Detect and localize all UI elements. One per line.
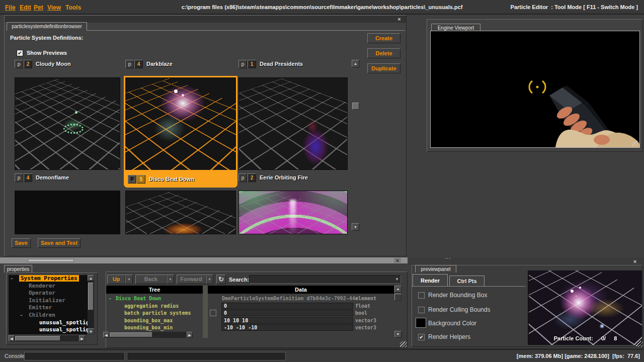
- save-button[interactable]: Save: [12, 238, 31, 248]
- preview-toggle-icon[interactable]: p: [238, 173, 247, 182]
- element-row[interactable]: bounding_box_min -10 -10 -10 vector3: [106, 324, 394, 332]
- preview-toggle-icon[interactable]: P: [128, 175, 136, 184]
- tree-row[interactable]: Emitter: [9, 304, 88, 312]
- menu-file[interactable]: File: [5, 4, 16, 11]
- panel-resize-grip[interactable]: [400, 341, 407, 347]
- up-dropdown-icon[interactable]: ▼: [125, 275, 133, 284]
- forward-dropdown-icon[interactable]: ▼: [206, 275, 213, 284]
- menu-tools[interactable]: Tools: [65, 4, 81, 11]
- expander-icon[interactable]: -: [20, 312, 23, 318]
- tab-engine-viewport[interactable]: Engine Viewport: [431, 24, 480, 31]
- tree-item-system-properties[interactable]: System Properties: [19, 275, 79, 282]
- expander-icon[interactable]: -: [10, 275, 14, 282]
- scroll-down-icon[interactable]: ▼: [394, 331, 401, 338]
- splitter-handle[interactable]: [28, 259, 74, 262]
- item-label-darkblaze[interactable]: p 4 Darkblaze: [125, 60, 236, 69]
- tab-particlesystemdefinitionbrowser[interactable]: particlesystemdefinitionbrowser: [7, 22, 87, 31]
- scroll-right-icon[interactable]: ▶: [187, 332, 193, 338]
- scroll-up-icon[interactable]: ▲: [88, 275, 94, 281]
- tree-row[interactable]: Initializer: [9, 297, 88, 305]
- element-row[interactable]: aggregation radius 0 float: [106, 303, 394, 310]
- tree-column-header[interactable]: Tree: [106, 286, 203, 294]
- bool-checkbox[interactable]: [210, 310, 216, 316]
- render-culling-bounds-checkbox[interactable]: [418, 307, 425, 313]
- particle-preview-viewport[interactable]: Particle Count: 0/ 8: [528, 270, 642, 345]
- expander-icon[interactable]: -: [109, 296, 112, 301]
- attribute-name[interactable]: bounding_box_min: [124, 325, 173, 330]
- item-label-demonflame[interactable]: p 4 Demonflame: [15, 173, 120, 183]
- thumbnail-empty[interactable]: [15, 191, 120, 234]
- item-label-cloudy-moon[interactable]: p 2 Cloudy Moon: [15, 60, 120, 69]
- menu-edit[interactable]: Edit: [20, 4, 31, 11]
- tab-ctrl-pts[interactable]: Ctrl Pts: [449, 276, 485, 286]
- render-bounding-box-checkbox[interactable]: [418, 292, 425, 299]
- horizontal-splitter[interactable]: ×: [0, 257, 408, 263]
- scroll-up-icon[interactable]: ▲: [352, 60, 359, 67]
- show-previews-checkbox[interactable]: ✔: [17, 50, 23, 56]
- console-input[interactable]: [24, 352, 125, 360]
- tree-item-renderer[interactable]: Renderer: [29, 283, 55, 289]
- tree-item-unusual-spotlights[interactable]: unusual_spotlights_: [39, 326, 88, 333]
- viewport-resize-grip[interactable]: [632, 141, 638, 146]
- item-label-eerie-orbiting-fire[interactable]: p 2 Eerie Orbiting Fire: [238, 173, 348, 183]
- delete-button[interactable]: Delete: [367, 48, 400, 58]
- scrollbar-thumb[interactable]: [394, 294, 401, 301]
- hscrollbar-thumb[interactable]: [110, 332, 152, 337]
- thumbnail-magenta-rings[interactable]: [238, 191, 348, 234]
- tree-row[interactable]: - System Properties: [9, 275, 88, 283]
- duplicate-button[interactable]: Duplicate: [367, 63, 400, 73]
- tree-row[interactable]: unusual_spotlights_: [9, 319, 88, 327]
- console-output-field[interactable]: [127, 352, 286, 360]
- tab-previewpanel[interactable]: previewpanel: [415, 265, 456, 273]
- panel-resize-grip[interactable]: [636, 341, 643, 347]
- preview-toggle-icon[interactable]: p: [125, 60, 134, 68]
- attribute-name[interactable]: aggregation radius: [124, 303, 179, 309]
- menu-view[interactable]: View: [47, 4, 61, 11]
- tree-row[interactable]: Operator: [9, 290, 88, 297]
- scroll-left-icon[interactable]: ◀: [9, 335, 15, 341]
- background-color-swatch[interactable]: [416, 318, 426, 328]
- element-row[interactable]: bounding_box_max 10 10 10 vector3: [106, 317, 394, 325]
- close-icon[interactable]: ×: [396, 17, 403, 22]
- tree-item-operator[interactable]: Operator: [29, 290, 55, 296]
- close-icon[interactable]: ×: [394, 258, 401, 263]
- scroll-up-icon[interactable]: ▲: [394, 286, 401, 293]
- scrollbar-thumb[interactable]: [352, 103, 359, 110]
- attribute-value-field[interactable]: 0: [221, 303, 353, 309]
- render-helpers-checkbox[interactable]: ✔: [418, 334, 425, 340]
- scrollbar-thumb[interactable]: [88, 283, 94, 310]
- attribute-name[interactable]: bounding_box_max: [124, 318, 173, 323]
- tree-item-children[interactable]: Children: [29, 312, 55, 318]
- thumbnail-eerie-orbiting-fire[interactable]: [238, 77, 348, 170]
- tree-row[interactable]: unusual_spotlights_: [9, 326, 88, 334]
- hscrollbar-thumb[interactable]: [15, 336, 60, 341]
- attribute-value-field[interactable]: 10 10 10: [221, 317, 353, 324]
- engine-viewport[interactable]: [430, 31, 640, 148]
- tab-render[interactable]: Render: [413, 274, 448, 286]
- preview-toggle-icon[interactable]: p: [15, 60, 23, 68]
- tree-item-unusual-spotlights[interactable]: unusual_spotlights_: [39, 334, 88, 334]
- thumbnail-orange-glow[interactable]: [125, 191, 236, 234]
- tree-item-initializer[interactable]: Initializer: [29, 297, 65, 304]
- search-dropdown-icon[interactable]: ▼: [395, 277, 399, 282]
- tree-row[interactable]: - Children: [9, 312, 88, 319]
- scroll-right-icon[interactable]: ▶: [79, 335, 85, 341]
- tree-row[interactable]: Renderer: [9, 283, 88, 290]
- element-row[interactable]: - Disco Beat Down DmeParticleSystemDefin…: [106, 295, 394, 303]
- scroll-left-icon[interactable]: ◀: [103, 332, 109, 338]
- save-and-test-button[interactable]: Save and Test: [38, 238, 80, 248]
- menu-pet[interactable]: Pet: [34, 4, 43, 11]
- forward-button[interactable]: Forward: [177, 275, 206, 284]
- attribute-value-field[interactable]: 0: [221, 310, 353, 316]
- scroll-down-icon[interactable]: ▼: [352, 223, 359, 231]
- drag-dots-icon[interactable]: ···: [445, 256, 451, 261]
- data-column-header[interactable]: Data: [208, 286, 394, 294]
- up-button[interactable]: Up: [107, 275, 125, 284]
- tab-properties[interactable]: properties: [4, 265, 32, 273]
- back-dropdown-icon[interactable]: ▼: [167, 275, 174, 284]
- element-row[interactable]: batch particle systems 0 bool: [106, 310, 394, 317]
- thumbnail-demonflame[interactable]: [15, 77, 120, 170]
- thumbnail-disco-beat-down-selected[interactable]: [124, 76, 237, 171]
- attribute-value-field[interactable]: -10 -10 -10: [221, 324, 353, 331]
- back-button[interactable]: Back: [135, 275, 167, 284]
